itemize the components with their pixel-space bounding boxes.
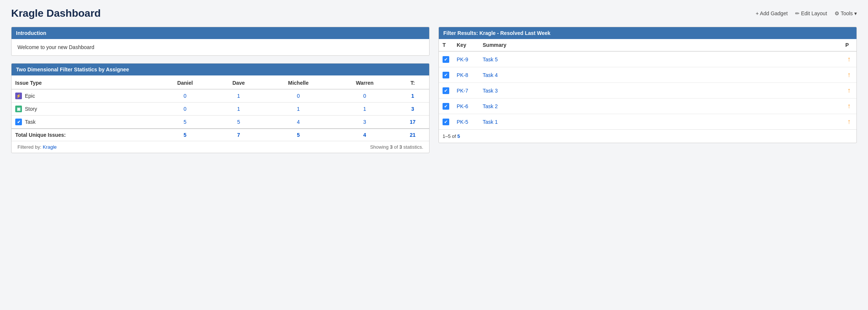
stat-michelle[interactable]: 0 (263, 89, 333, 103)
total-label: Total Unique Issues: (12, 129, 156, 141)
filter-col-t: T (439, 39, 453, 51)
priority-up-icon: ↑ (848, 102, 851, 110)
stat-warren[interactable]: 1 (333, 103, 396, 116)
filter-col-key: Key (453, 39, 479, 51)
priority-up-icon: ↑ (848, 71, 851, 78)
introduction-text: Welcome to your new Dashboard (17, 44, 423, 50)
filter-row-summary[interactable]: Task 3 (479, 83, 842, 99)
issue-summary-link[interactable]: Task 3 (483, 88, 498, 94)
filtered-by-label: Filtered by: Kragle (17, 144, 57, 150)
stat-daniel[interactable]: 0 (156, 89, 214, 103)
stats-table-header-row: Issue Type Daniel Dave Michelle Warren T… (12, 77, 429, 89)
total-warren: 4 (333, 129, 396, 141)
filter-row-key[interactable]: PK-6 (453, 99, 479, 114)
stats-table-row: ⚡ Epic 0 1 0 0 1 (12, 89, 429, 103)
col-total: T: (396, 77, 429, 89)
stat-michelle[interactable]: 4 (263, 116, 333, 129)
introduction-widget-body: Welcome to your new Dashboard (12, 39, 429, 55)
pagination-range: 1–5 (443, 133, 451, 139)
filter-row-summary[interactable]: Task 5 (479, 51, 842, 67)
task-icon: ✔ (15, 119, 22, 125)
issue-type-cell: ⚡ Epic (12, 89, 156, 103)
issue-key-link[interactable]: PK-7 (457, 88, 468, 94)
stat-dave[interactable]: 1 (214, 103, 263, 116)
stat-total: 3 (396, 103, 429, 116)
stat-dave[interactable]: 1 (214, 89, 263, 103)
stat-total: 17 (396, 116, 429, 129)
filter-col-summary: Summary (479, 39, 842, 51)
stat-warren[interactable]: 3 (333, 116, 396, 129)
filter-row-key[interactable]: PK-7 (453, 83, 479, 99)
task-checkbox-icon: ✔ (443, 56, 449, 63)
issue-type-cell: ✔ Task (12, 116, 156, 129)
stat-michelle[interactable]: 1 (263, 103, 333, 116)
issue-type-cell: ▣ Story (12, 103, 156, 116)
epic-icon: ⚡ (15, 93, 22, 99)
stats-widget-body: Issue Type Daniel Dave Michelle Warren T… (12, 77, 429, 141)
filter-row-priority: ↑ (842, 83, 856, 99)
issue-summary-link[interactable]: Task 2 (483, 103, 498, 109)
page-header: Kragle Dashboard + Add Gadget ✏ Edit Lay… (11, 7, 857, 19)
stat-warren[interactable]: 0 (333, 89, 396, 103)
total-michelle: 5 (263, 129, 333, 141)
issue-key-link[interactable]: PK-5 (457, 119, 468, 125)
tools-button[interactable]: ⚙ Tools ▾ (835, 10, 857, 16)
filter-row-priority: ↑ (842, 99, 856, 114)
right-column: Filter Results: Kragle - Resolved Last W… (438, 27, 857, 143)
stats-total-row: Total Unique Issues: 5 7 5 4 21 (12, 129, 429, 141)
filter-row-type: ✔ (439, 67, 453, 83)
total-all: 21 (396, 129, 429, 141)
story-icon: ▣ (15, 106, 22, 112)
left-column: Introduction Welcome to your new Dashboa… (11, 27, 430, 153)
filter-results-widget: Filter Results: Kragle - Resolved Last W… (438, 27, 857, 143)
filter-row-key[interactable]: PK-8 (453, 67, 479, 83)
stat-daniel[interactable]: 0 (156, 103, 214, 116)
filter-row-type: ✔ (439, 99, 453, 114)
pagination-info: 1–5 of 5 (439, 129, 856, 143)
stats-table: Issue Type Daniel Dave Michelle Warren T… (12, 77, 429, 141)
issue-key-link[interactable]: PK-6 (457, 103, 468, 109)
priority-up-icon: ↑ (848, 55, 851, 63)
filter-results-header: Filter Results: Kragle - Resolved Last W… (439, 27, 856, 39)
stats-widget-header: Two Dimensional Filter Statistics by Ass… (12, 64, 429, 75)
issue-key-link[interactable]: PK-9 (457, 56, 468, 62)
showing-info: Showing 3 of 3 statistics. (370, 144, 423, 150)
priority-up-icon: ↑ (848, 87, 851, 94)
stat-dave[interactable]: 5 (214, 116, 263, 129)
issue-key-link[interactable]: PK-8 (457, 72, 468, 78)
add-gadget-button[interactable]: + Add Gadget (756, 10, 788, 16)
stat-daniel[interactable]: 5 (156, 116, 214, 129)
col-warren: Warren (333, 77, 396, 89)
introduction-widget: Introduction Welcome to your new Dashboa… (11, 27, 430, 56)
edit-layout-button[interactable]: ✏ Edit Layout (795, 10, 827, 16)
filter-table: T Key Summary P ✔ PK-9 Task 5 (439, 39, 856, 129)
priority-up-icon: ↑ (848, 118, 851, 125)
filter-row-key[interactable]: PK-9 (453, 51, 479, 67)
stats-table-row: ▣ Story 0 1 1 1 3 (12, 103, 429, 116)
filter-row-type: ✔ (439, 83, 453, 99)
task-checkbox-icon: ✔ (443, 72, 449, 78)
filter-table-header-row: T Key Summary P (439, 39, 856, 51)
filter-link[interactable]: Kragle (43, 144, 57, 150)
filter-row-summary[interactable]: Task 2 (479, 99, 842, 114)
filter-row-summary[interactable]: Task 1 (479, 114, 842, 130)
issue-summary-link[interactable]: Task 5 (483, 56, 498, 62)
task-checkbox-icon: ✔ (443, 119, 449, 125)
col-daniel: Daniel (156, 77, 214, 89)
page-title: Kragle Dashboard (11, 7, 101, 19)
filter-table-row: ✔ PK-7 Task 3 ↑ (439, 83, 856, 99)
col-issue-type: Issue Type (12, 77, 156, 89)
filter-table-row: ✔ PK-6 Task 2 ↑ (439, 99, 856, 114)
filter-row-type: ✔ (439, 51, 453, 67)
issue-type-label: Story (25, 106, 37, 112)
filter-row-key[interactable]: PK-5 (453, 114, 479, 130)
col-dave: Dave (214, 77, 263, 89)
filter-row-summary[interactable]: Task 4 (479, 67, 842, 83)
stat-total: 1 (396, 89, 429, 103)
total-daniel: 5 (156, 129, 214, 141)
pagination-total[interactable]: 5 (457, 133, 460, 139)
issue-summary-link[interactable]: Task 4 (483, 72, 498, 78)
introduction-widget-header: Introduction (12, 27, 429, 39)
issue-summary-link[interactable]: Task 1 (483, 119, 498, 125)
filter-table-row: ✔ PK-8 Task 4 ↑ (439, 67, 856, 83)
